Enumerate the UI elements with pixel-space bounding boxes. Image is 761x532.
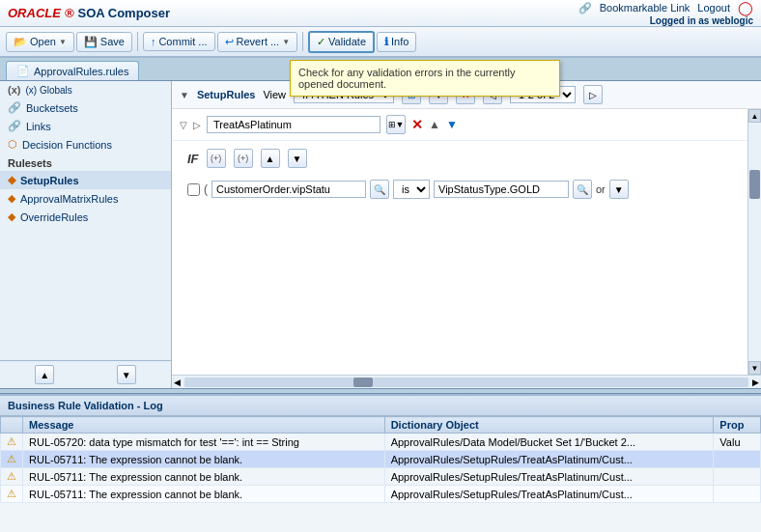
info-button[interactable]: ℹ Info [377, 32, 416, 52]
rule-name-input[interactable] [207, 116, 380, 133]
log-dictionary: ApprovalRules/Data Model/Bucket Set 1/'B… [384, 434, 714, 451]
h-scroll-track[interactable] [184, 378, 748, 387]
cond-down-icon: ▼ [293, 154, 302, 164]
bookmarkable-link[interactable]: Bookmarkable Link [600, 2, 691, 14]
save-icon: 💾 [84, 36, 98, 48]
scroll-thumb[interactable] [749, 170, 760, 199]
if-label: IF [187, 152, 199, 166]
content-area: ▼ SetupRules View IF/THEN Rules ⊞ ▼ ✕ ◁ … [172, 81, 761, 388]
cond-up-button[interactable]: ▲ [261, 149, 280, 168]
approval-rules-tab[interactable]: 📄 ApprovalRules.rules [6, 61, 139, 80]
sidebar-up-button[interactable]: ▲ [35, 365, 54, 384]
rule-down-button[interactable]: ▼ [446, 118, 458, 131]
col-dictionary-header: Dictionary Object [384, 417, 714, 434]
logout-link[interactable]: Logout [697, 2, 730, 14]
sidebar-down-button[interactable]: ▼ [117, 365, 136, 384]
header-actions: 🔗 Bookmarkable Link Logout ◯ [578, 0, 753, 15]
validate-button[interactable]: ✓ Validate [308, 31, 375, 53]
scroll-track[interactable] [748, 123, 761, 361]
logo-tm: ® [65, 6, 74, 20]
open-dropdown-icon: ▼ [59, 38, 67, 46]
condition-row: ( 🔍 is 🔍 or ▼ [172, 176, 747, 203]
condition-field-input[interactable] [211, 181, 366, 198]
add-cond-icon: (+) [211, 154, 221, 163]
log-prop [714, 451, 761, 468]
bucketsets-icon: 🔗 [8, 101, 21, 114]
add-condition2-button[interactable]: (+) [234, 149, 253, 168]
condition-connector: or [596, 183, 606, 195]
col-prop-header: Prop [714, 417, 761, 434]
cond-down-button[interactable]: ▼ [288, 149, 307, 168]
h-scroll-left[interactable]: ◀ [172, 378, 183, 387]
separator-1 [137, 32, 138, 51]
rule-options-icon: ⊞▼ [388, 120, 405, 129]
revert-icon: ↩ [225, 36, 234, 48]
open-button[interactable]: 📂 Open ▼ [6, 32, 74, 52]
collapse-setuprules-icon[interactable]: ▼ [180, 90, 189, 100]
log-message: RUL-05711: The expression cannot be blan… [23, 486, 385, 503]
cond-up-icon: ▲ [266, 154, 275, 164]
rule-expand-icon[interactable]: ▷ [193, 120, 201, 130]
h-scroll-thumb[interactable] [353, 378, 373, 387]
condition-search-button[interactable]: 🔍 [370, 180, 389, 199]
revert-dropdown-icon: ▼ [282, 38, 290, 46]
sidebar-item-globals[interactable]: (x) (x) Globals [0, 81, 171, 98]
log-row[interactable]: ⚠ RUL-05720: data type mismatch for test… [1, 434, 761, 451]
view-label: View [263, 89, 286, 100]
log-message: RUL-05711: The expression cannot be blan… [23, 451, 385, 468]
overriderules-icon: ◆ [8, 210, 15, 223]
value-search-icon: 🔍 [577, 184, 588, 195]
log-warn-icon: ⚠ [1, 486, 23, 503]
link-icon: 🔗 [578, 2, 592, 14]
save-button[interactable]: 💾 Save [76, 32, 132, 52]
scroll-up-button[interactable]: ▲ [748, 109, 761, 123]
logged-in-text: Logged in as weblogic [650, 15, 753, 26]
log-message: RUL-05711: The expression cannot be blan… [23, 468, 385, 486]
soa-label: SOA Composer [77, 6, 170, 20]
validate-tooltip: Check for any validation errors in the c… [290, 60, 560, 97]
sidebar-item-bucketsets[interactable]: 🔗 Bucketsets [0, 98, 171, 117]
rule-collapse-icon[interactable]: ▽ [180, 120, 187, 130]
h-scroll-right[interactable]: ▶ [750, 378, 761, 387]
links-icon: 🔗 [8, 120, 21, 132]
add-condition-button[interactable]: (+) [207, 149, 226, 168]
log-dictionary: ApprovalRules/SetupRules/TreatAsPlatinum… [384, 468, 714, 486]
rules-title: SetupRules [197, 89, 256, 100]
oracle-label: ORACLE [8, 6, 61, 20]
log-entries-table: Message Dictionary Object Prop ⚠ RUL-057… [0, 416, 761, 503]
horizontal-scrollbar[interactable]: ◀ ▶ [172, 375, 761, 388]
log-row[interactable]: ⚠ RUL-05711: The expression cannot be bl… [1, 451, 761, 468]
vertical-scrollbar[interactable]: ▲ ▼ [747, 109, 761, 375]
log-row[interactable]: ⚠ RUL-05711: The expression cannot be bl… [1, 486, 761, 503]
condition-checkbox[interactable] [187, 183, 200, 196]
log-prop: Valu [714, 434, 761, 451]
rule-delete-button[interactable]: ✕ [411, 117, 423, 132]
condition-operator-select[interactable]: is [393, 180, 430, 199]
condition-value-search-button[interactable]: 🔍 [573, 180, 592, 199]
log-header: Business Rule Validation - Log [0, 396, 761, 416]
validate-icon: ✓ [317, 36, 325, 48]
sidebar-item-approvalmatrix[interactable]: ◆ ApprovalMatrixRules [0, 189, 171, 208]
main-layout: (x) (x) Globals 🔗 Bucketsets 🔗 Links ⬡ D… [0, 81, 761, 388]
rule-options-button[interactable]: ⊞▼ [386, 115, 406, 134]
decision-functions-icon: ⬡ [8, 138, 17, 151]
commit-button[interactable]: ↑ Commit ... [143, 32, 215, 51]
col-icon-header [1, 417, 23, 434]
add-cond2-icon: (+) [238, 154, 248, 163]
log-section: Business Rule Validation - Log Message D… [0, 394, 761, 532]
sidebar: (x) (x) Globals 🔗 Bucketsets 🔗 Links ⬡ D… [0, 81, 172, 388]
globals-icon: (x) [8, 84, 20, 96]
sidebar-item-decision-functions[interactable]: ⬡ Decision Functions [0, 135, 171, 154]
next-page-button[interactable]: ▷ [583, 85, 603, 104]
app-header: ORACLE ® SOA Composer 🔗 Bookmarkable Lin… [0, 0, 761, 27]
condition-more-button[interactable]: ▼ [609, 180, 629, 199]
scroll-down-button[interactable]: ▼ [748, 361, 761, 375]
revert-button[interactable]: ↩ Revert ... ▼ [217, 32, 298, 52]
sidebar-item-setuprules[interactable]: ◆ SetupRules [0, 171, 171, 189]
condition-value-input[interactable] [434, 181, 569, 198]
sidebar-item-links[interactable]: 🔗 Links [0, 117, 171, 135]
sidebar-item-overriderules[interactable]: ◆ OverrideRules [0, 208, 171, 226]
log-row[interactable]: ⚠ RUL-05711: The expression cannot be bl… [1, 468, 761, 486]
separator-2 [302, 32, 303, 51]
rule-up-button[interactable]: ▲ [429, 118, 440, 131]
